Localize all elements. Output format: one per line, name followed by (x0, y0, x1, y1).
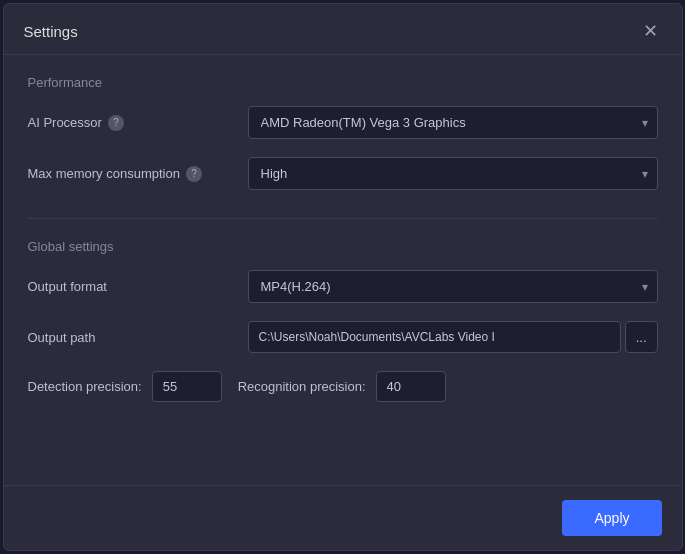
detection-precision-group: Detection precision: (28, 371, 222, 402)
browse-button[interactable]: ... (625, 321, 658, 353)
max-memory-select-wrapper: High Medium Low ▾ (248, 157, 658, 190)
close-button[interactable]: ✕ (639, 20, 662, 42)
recognition-precision-input[interactable] (376, 371, 446, 402)
performance-section-label: Performance (28, 75, 658, 90)
output-format-label: Output format (28, 279, 248, 294)
dialog-header: Settings ✕ (4, 4, 682, 55)
ai-processor-select-wrapper: AMD Radeon(TM) Vega 3 Graphics CPU ▾ (248, 106, 658, 139)
apply-button[interactable]: Apply (562, 500, 661, 536)
precision-row: Detection precision: Recognition precisi… (28, 371, 658, 402)
global-settings-section-label: Global settings (28, 239, 658, 254)
output-path-input-wrapper: ... (248, 321, 658, 353)
dialog-title: Settings (24, 23, 78, 40)
output-format-row: Output format MP4(H.264) AVI MKV MOV ▾ (28, 270, 658, 303)
output-path-label: Output path (28, 330, 248, 345)
section-divider (28, 218, 658, 219)
ai-processor-help-icon[interactable]: ? (108, 115, 124, 131)
output-path-input[interactable] (248, 321, 621, 353)
recognition-precision-label: Recognition precision: (238, 379, 366, 394)
max-memory-row: Max memory consumption ? High Medium Low… (28, 157, 658, 190)
max-memory-help-icon[interactable]: ? (186, 166, 202, 182)
max-memory-select[interactable]: High Medium Low (248, 157, 658, 190)
dialog-body: Performance AI Processor ? AMD Radeon(TM… (4, 55, 682, 485)
recognition-precision-group: Recognition precision: (238, 371, 446, 402)
global-settings-section: Global settings Output format MP4(H.264)… (28, 239, 658, 402)
detection-precision-label: Detection precision: (28, 379, 142, 394)
settings-dialog: Settings ✕ Performance AI Processor ? AM… (3, 3, 683, 551)
ai-processor-label: AI Processor ? (28, 115, 248, 131)
ai-processor-select[interactable]: AMD Radeon(TM) Vega 3 Graphics CPU (248, 106, 658, 139)
dialog-footer: Apply (4, 485, 682, 550)
performance-section: Performance AI Processor ? AMD Radeon(TM… (28, 75, 658, 190)
output-format-select-wrapper: MP4(H.264) AVI MKV MOV ▾ (248, 270, 658, 303)
output-path-row: Output path ... (28, 321, 658, 353)
ai-processor-row: AI Processor ? AMD Radeon(TM) Vega 3 Gra… (28, 106, 658, 139)
output-format-select[interactable]: MP4(H.264) AVI MKV MOV (248, 270, 658, 303)
max-memory-label: Max memory consumption ? (28, 166, 248, 182)
detection-precision-input[interactable] (152, 371, 222, 402)
